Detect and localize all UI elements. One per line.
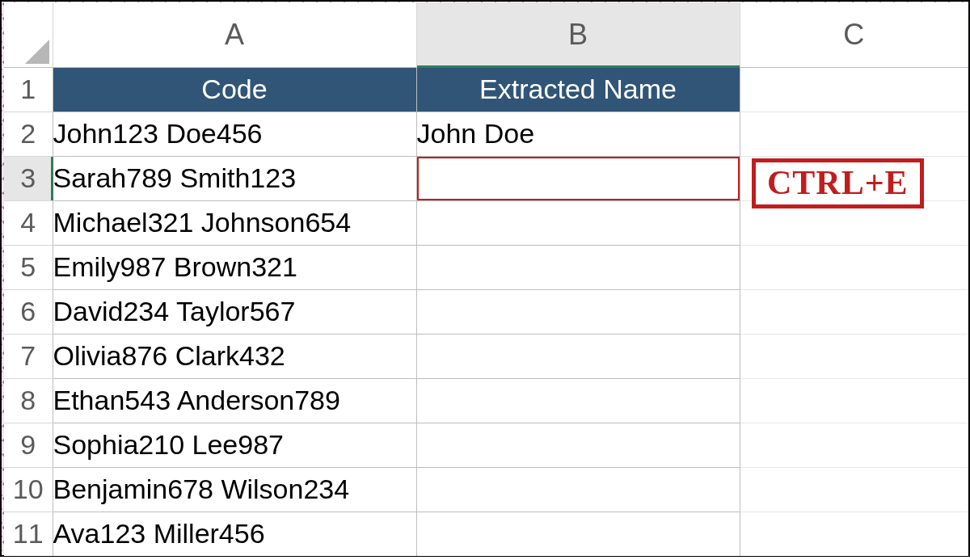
cell-C1[interactable] [740,67,968,112]
column-header-B[interactable]: B [416,2,740,67]
spreadsheet-window: A B C 1 Code Extracted Name 2 John123 Do… [0,0,970,557]
cell-A8[interactable]: Ethan543 Anderson789 [53,378,416,423]
row-header-1[interactable]: 1 [4,67,53,112]
spreadsheet-grid-wrap: A B C 1 Code Extracted Name 2 John123 Do… [4,2,966,556]
cell-C10[interactable] [740,467,968,512]
row-header-11[interactable]: 11 [4,512,53,556]
cell-A10[interactable]: Benjamin678 Wilson234 [53,467,416,512]
column-header-A[interactable]: A [53,2,416,67]
cell-B7[interactable] [416,334,740,378]
cell-C2[interactable] [740,112,968,156]
cell-B2[interactable]: John Doe [416,112,740,156]
cell-C5[interactable] [740,245,968,289]
row-7[interactable]: 7 Olivia876 Clark432 [4,334,968,378]
row-header-4[interactable]: 4 [4,200,53,245]
row-header-8[interactable]: 8 [4,378,53,423]
row-6[interactable]: 6 David234 Taylor567 [4,289,968,334]
cell-B4[interactable] [416,200,740,245]
cell-A9[interactable]: Sophia210 Lee987 [53,423,416,467]
row-header-3[interactable]: 3 [4,156,53,200]
column-header-row[interactable]: A B C [4,2,968,67]
row-header-10[interactable]: 10 [4,467,53,512]
row-8[interactable]: 8 Ethan543 Anderson789 [4,378,968,423]
row-header-5[interactable]: 5 [4,245,53,289]
row-5[interactable]: 5 Emily987 Brown321 [4,245,968,289]
cell-A3[interactable]: Sarah789 Smith123 [53,156,416,200]
row-header-6[interactable]: 6 [4,289,53,334]
row-header-7[interactable]: 7 [4,334,53,378]
cell-C8[interactable] [740,378,968,423]
row-10[interactable]: 10 Benjamin678 Wilson234 [4,467,968,512]
cell-B11[interactable] [416,512,740,556]
cell-C9[interactable] [740,423,968,467]
cell-C11[interactable] [740,512,968,556]
cell-A5[interactable]: Emily987 Brown321 [53,245,416,289]
cell-C6[interactable] [740,289,968,334]
cell-B5[interactable] [416,245,740,289]
cell-C7[interactable] [740,334,968,378]
row-2[interactable]: 2 John123 Doe456 John Doe [4,112,968,156]
cell-A2[interactable]: John123 Doe456 [53,112,416,156]
cell-B6[interactable] [416,289,740,334]
header-cell-A1[interactable]: Code [53,67,416,112]
row-9[interactable]: 9 Sophia210 Lee987 [4,423,968,467]
header-cell-B1[interactable]: Extracted Name [416,67,740,112]
selection-outline [416,156,740,200]
select-all-corner[interactable] [4,2,53,67]
cell-B3-active[interactable] [416,156,740,200]
spreadsheet-grid[interactable]: A B C 1 Code Extracted Name 2 John123 Do… [4,2,968,556]
cell-A4[interactable]: Michael321 Johnson654 [53,200,416,245]
cell-A7[interactable]: Olivia876 Clark432 [53,334,416,378]
column-header-C[interactable]: C [740,2,968,67]
shortcut-hint-badge: CTRL+E [752,158,924,208]
row-11[interactable]: 11 Ava123 Miller456 [4,512,968,556]
row-1[interactable]: 1 Code Extracted Name [4,67,968,112]
cell-A11[interactable]: Ava123 Miller456 [53,512,416,556]
cell-B8[interactable] [416,378,740,423]
cell-B10[interactable] [416,467,740,512]
row-header-9[interactable]: 9 [4,423,53,467]
row-header-2[interactable]: 2 [4,112,53,156]
cell-A6[interactable]: David234 Taylor567 [53,289,416,334]
cell-B9[interactable] [416,423,740,467]
